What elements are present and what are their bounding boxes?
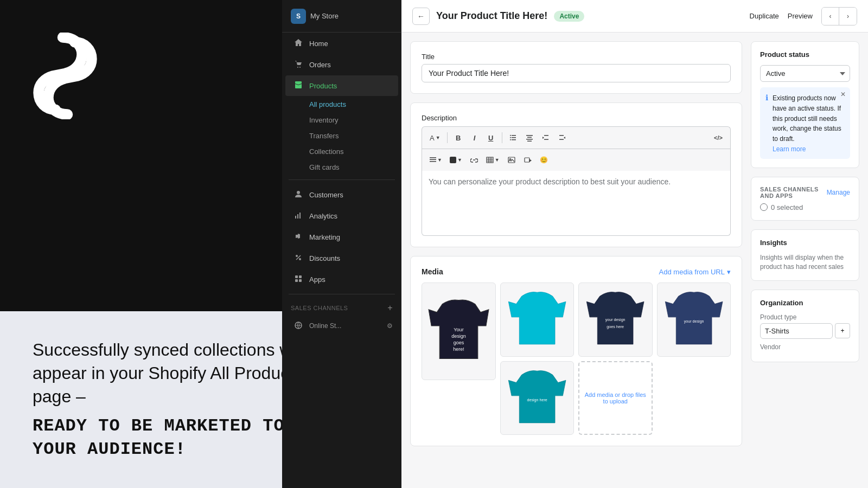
toolbar-divider-2: [502, 132, 502, 143]
sidebar-item-products-label: Products: [309, 82, 337, 90]
upload-text: Add media or drop files to upload: [584, 391, 647, 404]
sidebar-item-analytics[interactable]: Analytics: [285, 206, 398, 226]
sidebar-item-analytics-label: Analytics: [309, 212, 337, 220]
description-card: Description A ▼ B I U: [410, 102, 742, 247]
products-icon: [294, 81, 304, 91]
add-channel-icon[interactable]: +: [387, 303, 393, 313]
status-select[interactable]: Active Draft: [760, 65, 850, 82]
channels-count: 0 selected: [760, 203, 850, 211]
sidebar-item-apps-label: Apps: [309, 275, 326, 284]
sales-channels-title: SALES CHANNELS AND APPS: [760, 186, 827, 199]
svg-rect-24: [559, 135, 564, 136]
description-label: Description: [422, 114, 731, 122]
media-item-dark[interactable]: your design: [657, 282, 731, 357]
prev-arrow[interactable]: ‹: [822, 8, 839, 25]
media-upload-area[interactable]: Add media or drop files to upload: [578, 361, 653, 435]
sidebar-item-discounts-label: Discounts: [309, 254, 340, 262]
title-input[interactable]: [422, 64, 731, 82]
toolbar-code-btn[interactable]: </>: [711, 130, 726, 145]
brand-logo: [33, 33, 98, 121]
toolbar-italic-btn[interactable]: I: [467, 130, 482, 145]
product-type-label: Product type: [760, 313, 850, 321]
toolbar-align-center-btn[interactable]: [522, 130, 537, 145]
sidebar-sub-transfers[interactable]: Transfers: [285, 128, 398, 144]
toolbar-color-btn[interactable]: ▼: [446, 152, 465, 168]
sidebar-item-marketing[interactable]: Marketing: [285, 227, 398, 247]
sidebar-sub-collections[interactable]: Collections: [285, 144, 398, 159]
home-icon: [294, 38, 304, 48]
sidebar-item-orders[interactable]: Orders: [285, 54, 398, 75]
sidebar-item-home[interactable]: Home: [285, 33, 398, 54]
sidebar-sub-all-products[interactable]: All products: [285, 97, 398, 112]
svg-rect-29: [430, 161, 436, 162]
svg-rect-6: [295, 275, 298, 278]
svg-rect-21: [544, 135, 548, 136]
toolbar-underline-btn[interactable]: U: [483, 130, 499, 145]
sidebar: S My Store Home Orders Products All p: [282, 0, 401, 488]
media-item-cyan[interactable]: [500, 282, 575, 357]
sidebar-header: S My Store: [282, 0, 401, 33]
sidebar-item-orders-label: Orders: [309, 61, 331, 69]
sidebar-item-apps[interactable]: Apps: [285, 269, 398, 290]
sidebar-item-products[interactable]: Products: [285, 75, 398, 96]
toolbar-link-btn[interactable]: [467, 152, 482, 168]
toolbar-indent-left-btn[interactable]: [538, 130, 553, 145]
right-column: Product status Active Draft ℹ Existing p…: [751, 41, 859, 479]
toolbar-bold-btn[interactable]: B: [451, 130, 466, 145]
manage-button[interactable]: Manage: [827, 189, 850, 196]
notice-close-button[interactable]: ✕: [840, 91, 846, 98]
editor-toolbar-row1: A ▼ B I U: [422, 126, 731, 149]
sidebar-sub-gift-cards[interactable]: Gift cards: [285, 159, 398, 175]
status-badge: Active: [554, 11, 584, 22]
toolbar-font-btn[interactable]: A ▼: [426, 130, 444, 145]
editor-toolbar-row2: ▼ ▼ ▼: [422, 149, 731, 171]
editor-body[interactable]: You can personalize your product descrip…: [422, 171, 731, 236]
next-arrow[interactable]: ›: [839, 8, 857, 25]
toolbar-image-btn[interactable]: [504, 152, 519, 168]
svg-point-15: [510, 137, 511, 138]
media-title: Media: [422, 267, 443, 276]
svg-rect-13: [512, 139, 516, 140]
sidebar-sub-inventory[interactable]: Inventory: [285, 112, 398, 128]
product-type-add-btn[interactable]: +: [835, 323, 850, 338]
toolbar-table-btn[interactable]: ▼: [483, 152, 503, 168]
notice-text: Existing products now have an active sta…: [773, 94, 841, 143]
media-item-main[interactable]: Your design goes here!: [422, 282, 496, 380]
product-type-input[interactable]: [760, 323, 833, 339]
sidebar-item-customers[interactable]: Customers: [285, 184, 398, 205]
organization-card: Organization Product type + Vendor: [751, 290, 859, 362]
svg-text:goes: goes: [453, 340, 464, 345]
learn-more-link[interactable]: Learn more: [773, 145, 806, 153]
sidebar-item-discounts[interactable]: Discounts: [285, 248, 398, 268]
media-item-navy[interactable]: your design goes here: [578, 282, 653, 357]
product-type-section: Product type +: [760, 313, 850, 339]
toolbar-indent-right-btn[interactable]: [554, 130, 570, 145]
svg-rect-26: [559, 139, 564, 140]
svg-rect-17: [526, 135, 533, 136]
organization-title: Organization: [760, 299, 850, 307]
media-header: Media Add media from URL ▾: [422, 267, 731, 276]
sidebar-item-home-label: Home: [309, 40, 328, 48]
nav-divider-2: [289, 294, 395, 294]
svg-point-4: [296, 255, 298, 257]
insights-text: Insights will display when the product h…: [760, 253, 850, 272]
toolbar-list-btn[interactable]: [506, 130, 521, 145]
preview-button[interactable]: Preview: [788, 12, 813, 20]
info-notice-content: Existing products now have an active sta…: [773, 93, 845, 153]
media-item-cyan-small[interactable]: design here: [500, 361, 575, 435]
shopify-panel: S My Store Home Orders Products All p: [282, 0, 868, 488]
svg-rect-37: [525, 158, 529, 162]
editor-placeholder: You can personalize your product descrip…: [429, 177, 671, 186]
duplicate-button[interactable]: Duplicate: [750, 12, 779, 20]
sidebar-item-online-store[interactable]: Online St... ⚙: [285, 316, 398, 336]
page-title: Your Product Title Here!: [436, 10, 547, 22]
add-media-button[interactable]: Add media from URL ▾: [659, 268, 731, 276]
channels-header: SALES CHANNELS AND APPS Manage: [760, 186, 850, 199]
toolbar-video-btn[interactable]: [520, 152, 535, 168]
svg-rect-30: [487, 157, 493, 163]
back-button[interactable]: ←: [412, 8, 430, 25]
svg-point-16: [510, 139, 511, 140]
toolbar-emoji-btn[interactable]: 😊: [537, 152, 552, 168]
settings-icon[interactable]: ⚙: [387, 322, 393, 330]
toolbar-align-btn[interactable]: ▼: [426, 152, 445, 168]
